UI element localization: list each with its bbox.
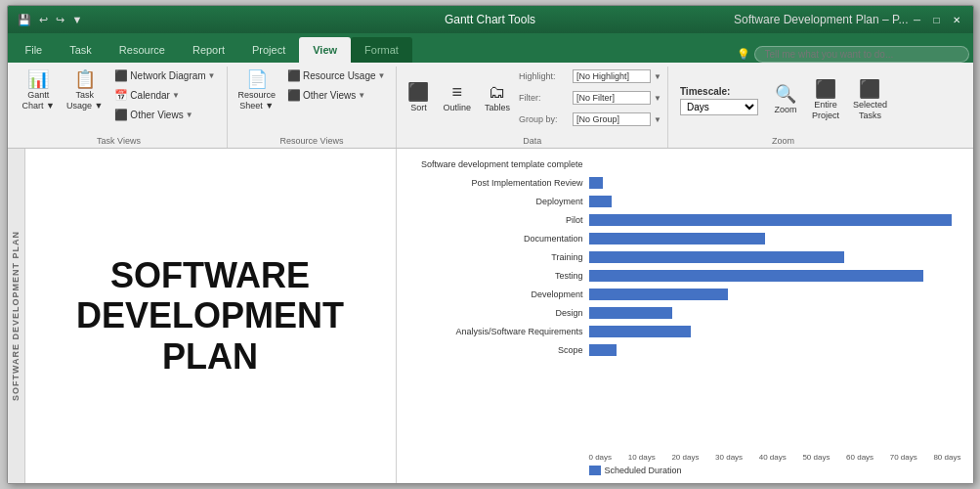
entire-project-icon: ⬛ xyxy=(815,80,836,98)
bar-row: Analysis/Software Requirements xyxy=(408,324,961,339)
timescale-label-row: Timescale: xyxy=(680,86,758,97)
chart-legend: Scheduled Duration xyxy=(589,466,961,475)
bar-track xyxy=(589,326,961,337)
undo-icon[interactable]: ↩ xyxy=(37,12,50,28)
task-views-group: 📊 GanttChart ▼ 📋 TaskUsage ▼ ⬛ Network D… xyxy=(12,67,228,148)
groupby-row: Group by: [No Group] ▼ xyxy=(519,110,661,129)
bar-label: Scope xyxy=(408,345,589,355)
tab-project[interactable]: Project xyxy=(238,37,299,63)
selected-tasks-button[interactable]: ⬛ SelectedTasks xyxy=(848,76,892,125)
bar-fill xyxy=(589,270,924,282)
resource-usage-button[interactable]: ⬛ Resource Usage ▼ xyxy=(282,67,390,85)
zoom-icon: 🔍 xyxy=(775,85,796,103)
calendar-arrow: ▼ xyxy=(172,91,180,100)
gantt-bar-chart: Software development template completePo… xyxy=(408,156,961,449)
axis-label: 20 days xyxy=(671,453,699,462)
bar-track xyxy=(589,307,961,319)
main-window: 💾 ↩ ↪ ▼ Gantt Chart Tools Software Devel… xyxy=(7,5,974,484)
axis-label: 10 days xyxy=(628,453,656,462)
resource-sheet-icon: 📄 xyxy=(246,70,268,88)
bar-fill xyxy=(589,233,766,244)
timescale-select[interactable]: Days Weeks Months xyxy=(680,99,758,115)
timescale-control: Timescale: Days Weeks Months xyxy=(674,86,764,115)
window-controls: ─ □ ✕ xyxy=(909,12,965,27)
tables-button[interactable]: 🗂 Tables xyxy=(480,79,515,117)
resource-other-views-button[interactable]: ⬛ Other Views ▼ xyxy=(282,86,390,105)
bar-label: Post Implementation Review xyxy=(408,178,589,188)
quick-access-toolbar: 💾 ↩ ↪ ▼ xyxy=(16,12,85,28)
task-views-label: Task Views xyxy=(97,136,141,146)
data-label: Data xyxy=(523,136,541,146)
tab-view[interactable]: View xyxy=(299,37,351,63)
maximize-button[interactable]: □ xyxy=(928,12,946,27)
outline-icon: ≡ xyxy=(451,83,462,101)
resource-views-group: 📄 ResourceSheet ▼ ⬛ Resource Usage ▼ ⬛ O… xyxy=(228,67,398,148)
network-diagram-button[interactable]: ⬛ Network Diagram ▼ xyxy=(109,67,220,85)
redo-icon[interactable]: ↪ xyxy=(54,12,66,28)
task-other-views-icon: ⬛ xyxy=(114,109,128,121)
bar-label: Pilot xyxy=(408,215,589,225)
zoom-button[interactable]: 🔍 Zoom xyxy=(768,81,803,119)
minimize-button[interactable]: ─ xyxy=(909,12,926,27)
tab-report[interactable]: Report xyxy=(179,37,238,63)
chart-area: Software development template completePo… xyxy=(397,149,973,483)
tab-file[interactable]: File xyxy=(12,37,57,63)
bar-track xyxy=(589,344,961,356)
axis-label: 60 days xyxy=(846,453,873,462)
outline-button[interactable]: ≡ Outline xyxy=(438,79,476,117)
sort-icon: ⬛ xyxy=(407,83,429,101)
filter-row: Filter: [No Filter] ▼ xyxy=(519,88,661,108)
title-panel: SOFTWARE DEVELOPMENT PLAN xyxy=(25,149,397,483)
bar-label: Documentation xyxy=(408,234,589,244)
axis-label: 40 days xyxy=(759,453,787,462)
highlight-arrow[interactable]: ▼ xyxy=(654,72,661,81)
tab-resource[interactable]: Resource xyxy=(106,37,179,63)
resource-usage-arrow: ▼ xyxy=(378,71,386,80)
tell-me-input[interactable] xyxy=(754,46,969,63)
resource-sheet-button[interactable]: 📄 ResourceSheet ▼ xyxy=(234,67,281,115)
network-diagram-arrow: ▼ xyxy=(208,71,216,80)
selected-tasks-icon: ⬛ xyxy=(859,80,880,98)
task-other-views-arrow: ▼ xyxy=(186,111,193,119)
zoom-label: Zoom xyxy=(772,136,794,146)
bar-track xyxy=(589,289,961,300)
ribbon-toolbar: 📊 GanttChart ▼ 📋 TaskUsage ▼ ⬛ Network D… xyxy=(8,63,973,149)
bar-fill xyxy=(589,289,729,300)
sort-button[interactable]: ⬛ Sort xyxy=(403,79,434,117)
calendar-button[interactable]: 📅 Calendar ▼ xyxy=(109,86,220,105)
tab-task[interactable]: Task xyxy=(56,37,106,63)
entire-project-button[interactable]: ⬛ EntireProject xyxy=(807,76,844,125)
bar-row: Training xyxy=(408,249,961,265)
task-other-views-button[interactable]: ⬛ Other Views ▼ xyxy=(109,106,220,124)
resource-other-views-arrow: ▼ xyxy=(358,91,365,100)
bar-track xyxy=(589,251,961,263)
task-usage-button[interactable]: 📋 TaskUsage ▼ xyxy=(62,67,107,115)
bar-fill xyxy=(589,196,613,207)
bar-fill xyxy=(589,251,845,263)
bar-label: Training xyxy=(408,252,589,262)
qat-dropdown-icon[interactable]: ▼ xyxy=(70,12,85,27)
tab-format[interactable]: Format xyxy=(351,37,412,63)
side-label-text: SOFTWARE DEVELOPMENT PLAN xyxy=(11,231,21,401)
bar-track xyxy=(589,233,961,244)
close-button[interactable]: ✕ xyxy=(948,12,965,27)
bar-label: Design xyxy=(408,308,589,318)
project-area: SOFTWARE DEVELOPMENT PLAN Software devel… xyxy=(25,149,973,483)
bar-row: Pilot xyxy=(408,212,961,228)
ribbon-tabs: File Task Resource Report Project View F… xyxy=(8,33,973,63)
bar-fill xyxy=(589,344,618,356)
filter-arrow[interactable]: ▼ xyxy=(654,94,661,103)
gantt-chart-button[interactable]: 📊 GanttChart ▼ xyxy=(18,67,60,115)
task-views-small-buttons: ⬛ Network Diagram ▼ 📅 Calendar ▼ ⬛ Other… xyxy=(109,67,220,124)
groupby-arrow[interactable]: ▼ xyxy=(654,115,661,124)
filter-controls: Highlight: [No Highlight] ▼ Filter: [No … xyxy=(519,67,661,129)
app-title: Gantt Chart Tools xyxy=(445,13,535,26)
resource-usage-icon: ⬛ xyxy=(287,69,301,82)
resource-views-small-buttons: ⬛ Resource Usage ▼ ⬛ Other Views ▼ xyxy=(282,67,390,105)
bar-label: Testing xyxy=(408,271,589,281)
bar-fill xyxy=(589,326,692,337)
save-icon[interactable]: 💾 xyxy=(16,12,33,28)
highlight-row: Highlight: [No Highlight] ▼ xyxy=(519,67,661,86)
bar-label: Deployment xyxy=(408,197,589,206)
bar-label: Software development template complete xyxy=(408,159,589,169)
